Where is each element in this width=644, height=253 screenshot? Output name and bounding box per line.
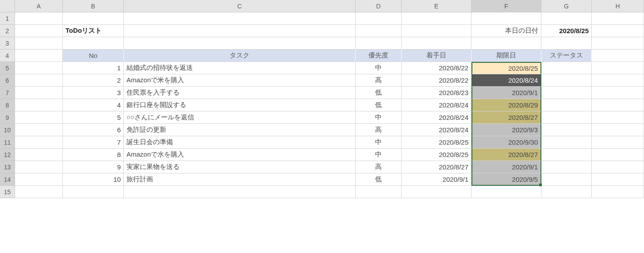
today-value[interactable]: 2020/8/25 [541,25,592,37]
data-due[interactable]: 2020/8/29 [472,99,541,111]
data-start[interactable]: 2020/8/24 [402,111,472,124]
cell-F1[interactable] [472,12,541,25]
data-no[interactable]: 2 [63,74,124,87]
data-status[interactable] [541,62,592,74]
today-label[interactable]: 本日の日付 [472,25,541,37]
data-start[interactable]: 2020/8/24 [402,99,472,111]
column-header-G[interactable]: G [541,0,592,12]
column-header-D[interactable]: D [356,0,402,12]
cell-H15[interactable] [592,186,644,198]
cell-A11[interactable] [15,136,63,149]
data-no[interactable]: 7 [63,136,124,149]
spreadsheet-grid[interactable]: ABCDEFGH12ToDoリスト本日の日付2020/8/2534Noタスク優先… [0,0,644,198]
header-priority[interactable]: 優先度 [356,50,402,62]
data-start[interactable]: 2020/8/24 [402,124,472,136]
cell-E15[interactable] [402,186,472,198]
data-priority[interactable]: 中 [356,136,402,149]
row-header-7[interactable]: 7 [0,87,15,99]
data-status[interactable] [541,111,592,124]
cell-A7[interactable] [15,87,63,99]
data-due[interactable]: 2020/9/1 [472,87,541,99]
cell-H9[interactable] [592,111,644,124]
cell-A12[interactable] [15,149,63,161]
data-start[interactable]: 2020/8/23 [402,87,472,99]
data-task[interactable]: 結婚式の招待状を返送 [124,62,356,74]
cell-A1[interactable] [15,12,63,25]
column-header-H[interactable]: H [592,0,644,12]
cell-E3[interactable] [402,37,472,50]
row-header-12[interactable]: 12 [0,149,15,161]
row-header-6[interactable]: 6 [0,74,15,87]
data-start[interactable]: 2020/8/22 [402,62,472,74]
cell-D2[interactable] [356,25,402,37]
row-header-8[interactable]: 8 [0,99,15,111]
data-start[interactable]: 2020/8/27 [402,161,472,173]
cell-H10[interactable] [592,124,644,136]
cell-F3[interactable] [472,37,541,50]
data-status[interactable] [541,149,592,161]
cell-H7[interactable] [592,87,644,99]
row-header-3[interactable]: 3 [0,37,15,50]
row-header-5[interactable]: 5 [0,62,15,74]
cell-G1[interactable] [541,12,592,25]
column-header-E[interactable]: E [402,0,472,12]
cell-H8[interactable] [592,99,644,111]
data-status[interactable] [541,161,592,173]
data-status[interactable] [541,136,592,149]
column-header-B[interactable]: B [63,0,124,12]
cell-G15[interactable] [541,186,592,198]
row-header-10[interactable]: 10 [0,124,15,136]
data-priority[interactable]: 低 [356,173,402,186]
cell-C15[interactable] [124,186,356,198]
cell-A2[interactable] [15,25,63,37]
cell-A15[interactable] [15,186,63,198]
title-cell[interactable]: ToDoリスト [63,25,124,37]
cell-E2[interactable] [402,25,472,37]
data-due[interactable]: 2020/8/27 [472,149,541,161]
data-status[interactable] [541,87,592,99]
cell-G3[interactable] [541,37,592,50]
header-status[interactable]: ステータス [541,50,592,62]
corner-cell[interactable] [0,0,15,12]
cell-C3[interactable] [124,37,356,50]
data-due[interactable]: 2020/8/27 [472,111,541,124]
data-priority[interactable]: 低 [356,99,402,111]
data-start[interactable]: 2020/8/22 [402,74,472,87]
data-status[interactable] [541,173,592,186]
cell-D15[interactable] [356,186,402,198]
data-priority[interactable]: 中 [356,149,402,161]
data-no[interactable]: 8 [63,149,124,161]
data-status[interactable] [541,74,592,87]
row-header-2[interactable]: 2 [0,25,15,37]
data-task[interactable]: 銀行口座を開設する [124,99,356,111]
data-due[interactable]: 2020/9/5 [472,173,541,186]
data-priority[interactable]: 中 [356,62,402,74]
data-priority[interactable]: 低 [356,87,402,99]
data-due[interactable]: 2020/9/1 [472,161,541,173]
data-no[interactable]: 10 [63,173,124,186]
cell-C2[interactable] [124,25,356,37]
cell-B3[interactable] [63,37,124,50]
cell-D3[interactable] [356,37,402,50]
data-no[interactable]: 3 [63,87,124,99]
data-task[interactable]: 旅行計画 [124,173,356,186]
header-no[interactable]: No [63,50,124,62]
data-priority[interactable]: 高 [356,74,402,87]
column-header-F[interactable]: F [472,0,541,12]
data-task[interactable]: ○○さんにメールを返信 [124,111,356,124]
row-header-9[interactable]: 9 [0,111,15,124]
data-task[interactable]: 住民票を入手する [124,87,356,99]
data-priority[interactable]: 中 [356,111,402,124]
cell-H1[interactable] [592,12,644,25]
data-status[interactable] [541,99,592,111]
data-task[interactable]: 免許証の更新 [124,124,356,136]
header-task[interactable]: タスク [124,50,356,62]
data-task[interactable]: Amazonで米を購入 [124,74,356,87]
cell-E1[interactable] [402,12,472,25]
row-header-14[interactable]: 14 [0,173,15,186]
fill-handle[interactable] [539,184,542,186]
cell-A13[interactable] [15,161,63,173]
cell-C1[interactable] [124,12,356,25]
row-header-15[interactable]: 15 [0,186,15,198]
header-start[interactable]: 着手日 [402,50,472,62]
